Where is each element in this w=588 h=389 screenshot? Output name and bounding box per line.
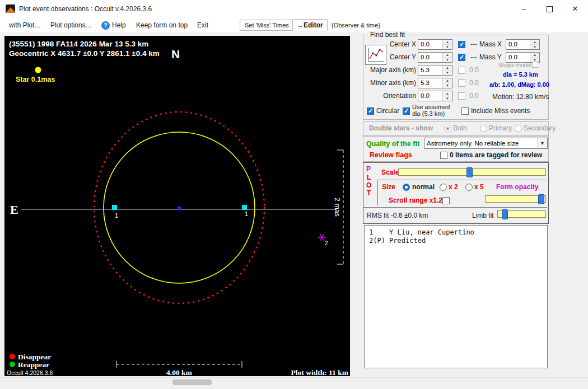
menu-with-plot[interactable]: with Plot... <box>9 18 40 32</box>
orientation-spinner[interactable]: 0.0 ▲▼ <box>418 91 452 101</box>
orientation-fit-checkbox[interactable] <box>458 92 465 100</box>
scale-slider-thumb[interactable] <box>466 167 473 177</box>
spin-down-icon[interactable]: ▼ <box>443 58 452 62</box>
plot-letter-p: P <box>366 165 371 173</box>
use-assumed-dia-checkbox[interactable] <box>403 107 410 115</box>
include-miss-checkbox[interactable] <box>461 107 469 115</box>
spin-down-icon[interactable]: ▼ <box>530 45 539 49</box>
review-flags-checkbox[interactable] <box>440 152 447 159</box>
center-x-spin-buttons[interactable]: ▲▼ <box>442 40 452 49</box>
size-x2-radio[interactable] <box>440 184 447 191</box>
form-opacity-slider[interactable] <box>485 195 546 203</box>
editor-button[interactable]: →Editor <box>292 19 328 31</box>
chord-start-marker[interactable] <box>112 205 117 210</box>
double-stars-secondary-radio[interactable] <box>515 125 522 132</box>
list-item[interactable]: 2(P) Predicted <box>369 237 543 245</box>
orientation-value[interactable]: 0.0 <box>418 91 442 101</box>
chord-end-marker[interactable] <box>242 205 247 210</box>
spin-up-icon[interactable]: ▲ <box>443 78 452 83</box>
horizontal-scrollbar[interactable] <box>0 377 588 387</box>
spin-down-icon[interactable]: ▼ <box>443 83 452 88</box>
chord-end-label: 1 <box>245 210 248 217</box>
size-normal-radio[interactable] <box>403 184 410 191</box>
spin-up-icon[interactable]: ▲ <box>443 53 452 58</box>
vertical-scale-label: 2 mas <box>333 198 341 217</box>
spin-up-icon[interactable]: ▲ <box>443 65 452 71</box>
spin-up-icon[interactable]: ▲ <box>443 40 452 45</box>
plot-letter-o: O <box>366 181 371 189</box>
horizontal-scrollbar-thumb[interactable] <box>172 379 212 385</box>
spin-down-icon[interactable]: ▼ <box>443 45 452 49</box>
legend-reappear: Reappear <box>18 360 49 369</box>
minimize-icon: – <box>521 4 525 13</box>
size-x5-radio[interactable] <box>465 184 473 191</box>
scale-slider[interactable] <box>398 168 546 176</box>
menu-plot-options[interactable]: Plot options... <box>50 18 91 32</box>
double-stars-both-radio[interactable] <box>444 125 451 132</box>
mass-x-spin-buttons[interactable]: ▲▼ <box>530 40 539 49</box>
size-x2-label: x 2 <box>449 183 458 191</box>
spin-up-icon[interactable]: ▲ <box>530 40 539 45</box>
circular-checkbox[interactable] <box>367 107 374 115</box>
center-y-fit-checkbox[interactable] <box>458 54 465 61</box>
orientation-spin-buttons[interactable]: ▲▼ <box>442 91 452 101</box>
window-title: Plot event observations : Occult v.4.202… <box>19 0 152 18</box>
minimize-button[interactable]: – <box>511 0 536 18</box>
list-item[interactable]: 1 Y Liu, near Cupertino <box>369 228 543 237</box>
set-miss-times-button[interactable]: Set 'Miss' Times <box>240 20 294 31</box>
ab-dmag-label: a/b: 1.00, dMag: 0.00 <box>489 81 549 88</box>
menu-exit[interactable]: Exit <box>197 18 208 32</box>
shape-model-checkbox[interactable] <box>532 62 538 68</box>
center-y-value[interactable]: 0.0 <box>418 53 442 62</box>
close-button[interactable]: ✕ <box>562 0 588 18</box>
app-icon <box>6 4 15 13</box>
center-x-spinner[interactable]: 0.0 ▲▼ <box>418 39 452 50</box>
menu-keep-on-top[interactable]: Keep form on top <box>136 18 188 32</box>
center-x-value[interactable]: 0.0 <box>418 40 442 49</box>
spin-up-icon[interactable]: ▲ <box>530 53 539 58</box>
mass-x-spinner[interactable]: 0.0 ▲▼ <box>506 39 540 50</box>
size-normal-label: normal <box>412 183 435 191</box>
minor-axis-spinner[interactable]: 5.3 ▲▼ <box>418 78 452 88</box>
major-axis-value[interactable]: 5.3 <box>418 65 442 75</box>
minor-axis-spin-buttons[interactable]: ▲▼ <box>442 78 452 88</box>
double-stars-title: Double stars - show <box>369 124 433 132</box>
spin-down-icon[interactable]: ▼ <box>443 96 452 101</box>
size-label: Size <box>382 183 395 191</box>
minor-axis-label: Minor axis (km) <box>370 79 416 87</box>
major-axis-alt: 0.0 <box>469 66 479 74</box>
center-y-label: Center Y <box>385 53 416 61</box>
review-flags-label: Review flags <box>370 151 412 159</box>
spin-up-icon[interactable]: ▲ <box>443 91 452 96</box>
east-label: E <box>10 203 18 217</box>
center-y-spin-buttons[interactable]: ▲▼ <box>442 53 452 62</box>
major-axis-fit-checkbox[interactable] <box>458 67 465 74</box>
dia-label: dia = 5.3 km <box>503 71 538 78</box>
fit-button[interactable] <box>365 45 386 65</box>
major-axis-label: Major axis (km) <box>370 66 416 74</box>
major-axis-spin-buttons[interactable]: ▲▼ <box>442 65 452 75</box>
center-x-fit-checkbox[interactable] <box>458 41 465 48</box>
minor-axis-value[interactable]: 5.3 <box>418 78 442 88</box>
maximize-button[interactable] <box>536 0 562 18</box>
review-flags-text: 0 items are tagged for review <box>450 151 542 159</box>
mass-y-value[interactable]: 0.0 <box>506 53 530 62</box>
limb-fit-slider-thumb[interactable] <box>502 209 508 219</box>
limb-fit-slider[interactable] <box>497 210 546 218</box>
quality-of-fit-dropdown[interactable]: Astrometry only. No reliable size ▾ <box>424 138 548 149</box>
center-y-spinner[interactable]: 0.0 ▲▼ <box>418 52 452 63</box>
spin-down-icon[interactable]: ▼ <box>443 71 452 75</box>
minor-axis-fit-checkbox[interactable] <box>458 79 465 87</box>
mass-x-value[interactable]: 0.0 <box>506 40 530 49</box>
mass-y-spin-buttons[interactable]: ▲▼ <box>530 53 539 62</box>
help-icon[interactable]: ? <box>101 21 110 30</box>
scroll-range-checkbox[interactable] <box>442 197 450 204</box>
observations-list[interactable]: 1 Y Liu, near Cupertino 2(P) Predicted <box>364 225 548 368</box>
dropdown-arrow-icon[interactable]: ▾ <box>537 138 547 148</box>
menu-help[interactable]: Help <box>112 18 126 32</box>
circular-label: Circular <box>376 107 399 115</box>
plot-canvas[interactable]: (35551) 1998 FA114 2026 Mar 13 5.3 km Ge… <box>4 36 350 376</box>
double-stars-primary-radio[interactable] <box>480 125 487 132</box>
major-axis-spinner[interactable]: 5.3 ▲▼ <box>418 65 452 76</box>
form-opacity-slider-thumb[interactable] <box>538 194 544 204</box>
